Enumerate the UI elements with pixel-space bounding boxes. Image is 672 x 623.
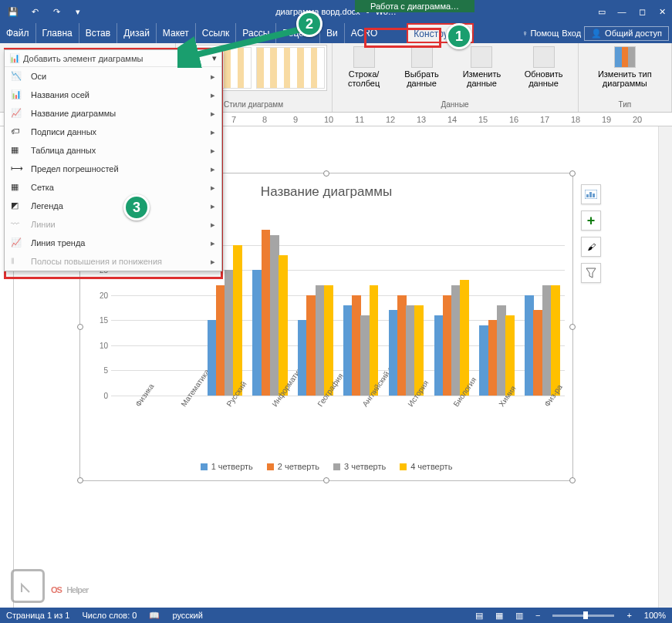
chart-side-buttons: + 🖌	[581, 184, 601, 283]
redo-icon[interactable]: ↷	[46, 2, 66, 22]
menu-item-icon: 📊	[11, 89, 23, 100]
bar[interactable]	[451, 285, 461, 396]
bar[interactable]	[360, 315, 370, 396]
undo-icon[interactable]: ↶	[25, 2, 45, 22]
add-chart-element-button[interactable]: 📊 Добавить элемент диаграммы▾	[5, 50, 221, 67]
tell-me[interactable]: ♀ Помощ	[522, 29, 559, 38]
menu-item-5[interactable]: ⟼Предел погрешностей▸	[5, 160, 221, 178]
select-data-button[interactable]: Выбрать данные	[394, 45, 450, 89]
status-language[interactable]: русский	[172, 611, 202, 620]
change-chart-type-button[interactable]: Изменить тип диаграммы	[583, 45, 667, 89]
menu-item-1[interactable]: 📊Названия осей▸	[5, 86, 221, 104]
maximize-icon[interactable]: ◻	[632, 2, 652, 22]
chart-filters-icon[interactable]	[581, 263, 601, 283]
menu-item-icon: ⟼	[11, 163, 23, 174]
menu-item-label: Предел погрешностей	[31, 164, 119, 173]
chart-styles-icon[interactable]: 🖌	[581, 237, 601, 257]
tab-home[interactable]: Главна	[35, 23, 79, 43]
zoom-out-icon[interactable]: −	[535, 611, 540, 620]
group-label-data: Данные	[441, 100, 469, 110]
bar[interactable]	[397, 295, 407, 396]
refresh-data-button[interactable]: Обновить данные	[514, 45, 572, 89]
menu-item-6[interactable]: ▦Сетка▸	[5, 178, 221, 197]
bar[interactable]	[406, 305, 415, 396]
legend-item[interactable]: 1 четверть	[201, 462, 253, 471]
view-web-icon[interactable]: ▥	[515, 611, 523, 621]
svg-rect-2	[589, 192, 592, 197]
bar[interactable]	[233, 245, 242, 396]
tab-references[interactable]: Ссылк	[195, 23, 236, 43]
bar[interactable]	[488, 320, 498, 396]
bar[interactable]	[479, 325, 488, 396]
submenu-arrow-icon: ▸	[211, 127, 215, 137]
bar[interactable]	[525, 295, 534, 396]
bar[interactable]	[343, 305, 353, 396]
status-proofing-icon[interactable]: 📖	[149, 611, 160, 621]
menu-item-label: Названия осей	[31, 90, 89, 99]
menu-item-2[interactable]: 📈Название диаграммы▸	[5, 104, 221, 123]
tab-acrobat[interactable]: ACRO	[344, 23, 384, 43]
menu-item-7[interactable]: ◩Легенда▸	[5, 197, 221, 215]
zoom-slider[interactable]	[552, 615, 614, 617]
bar[interactable]	[279, 255, 288, 396]
legend-item[interactable]: 2 четверть	[267, 462, 319, 471]
chart-legend[interactable]: 1 четверть2 четверть3 четверть4 четверть	[80, 462, 572, 471]
menu-item-icon: 〰	[11, 219, 23, 230]
bar[interactable]	[225, 270, 234, 396]
status-page[interactable]: Страница 1 из 1	[6, 611, 69, 620]
bar[interactable]	[533, 310, 542, 396]
legend-item[interactable]: 3 четверть	[333, 462, 386, 471]
chart-layout-options-icon[interactable]	[581, 184, 601, 204]
bar[interactable]	[306, 295, 316, 396]
chart-elements-icon[interactable]: +	[581, 210, 601, 231]
submenu-arrow-icon: ▸	[211, 90, 215, 100]
tab-layout[interactable]: Макет	[156, 23, 195, 43]
bar[interactable]	[497, 305, 506, 396]
bar[interactable]	[542, 285, 552, 396]
bar[interactable]	[316, 285, 325, 396]
bar[interactable]	[352, 295, 361, 396]
menu-item-icon: 🏷	[11, 126, 23, 137]
close-icon[interactable]: ✕	[652, 2, 672, 22]
switch-rowcol-button[interactable]: Строка/ столбец	[337, 45, 391, 89]
bar[interactable]	[389, 310, 398, 396]
view-read-icon[interactable]: ▤	[475, 611, 483, 621]
zoom-in-icon[interactable]: +	[626, 611, 631, 620]
bar[interactable]	[434, 315, 444, 396]
add-chart-element-menu: 📊 Добавить элемент диаграммы▾ 📉Оси▸📊Назв…	[4, 49, 222, 271]
legend-item[interactable]: 4 четверть	[400, 462, 452, 471]
tab-insert[interactable]: Встав	[79, 23, 117, 43]
signin-link[interactable]: Вход	[562, 29, 581, 38]
bar[interactable]	[298, 320, 307, 396]
bar[interactable]	[443, 295, 452, 396]
menu-item-label: Линия тренда	[31, 238, 85, 248]
qat-customize-icon[interactable]: ▾	[68, 2, 88, 22]
view-print-icon[interactable]: ▦	[495, 611, 503, 621]
bar[interactable]	[460, 280, 469, 396]
menu-item-0[interactable]: 📉Оси▸	[5, 67, 221, 86]
submenu-arrow-icon: ▸	[211, 72, 215, 82]
ribbon-options-icon[interactable]: ▭	[592, 2, 612, 22]
bar[interactable]	[208, 320, 217, 396]
bar[interactable]	[216, 285, 225, 396]
share-button[interactable]: 👤 Общий доступ	[584, 26, 669, 41]
menu-item-3[interactable]: 🏷Подписи данных▸	[5, 123, 221, 141]
menu-item-9[interactable]: 📈Линия тренда▸	[5, 234, 221, 252]
vertical-scrollbar[interactable]	[658, 126, 672, 608]
bar[interactable]	[551, 285, 560, 396]
status-words[interactable]: Число слов: 0	[82, 611, 137, 620]
tab-mailings[interactable]: Рассы	[235, 23, 275, 43]
menu-item-4[interactable]: ▦Таблица данных▸	[5, 141, 221, 160]
bar[interactable]	[252, 270, 262, 396]
edit-data-button[interactable]: Изменить данные	[452, 45, 511, 89]
title-bar: 💾 ↶ ↷ ▾ диаграмма ворд.docx - Wo… Работа…	[0, 0, 672, 23]
bar[interactable]	[262, 230, 271, 396]
submenu-arrow-icon: ▸	[211, 238, 215, 248]
tab-file[interactable]: Файл	[0, 23, 35, 43]
tab-view[interactable]: Ви	[319, 23, 344, 43]
save-icon[interactable]: 💾	[3, 2, 23, 22]
zoom-level[interactable]: 100%	[644, 611, 666, 620]
bar[interactable]	[270, 235, 279, 396]
minimize-icon[interactable]: —	[612, 2, 632, 22]
tab-design[interactable]: Дизай	[117, 23, 156, 43]
